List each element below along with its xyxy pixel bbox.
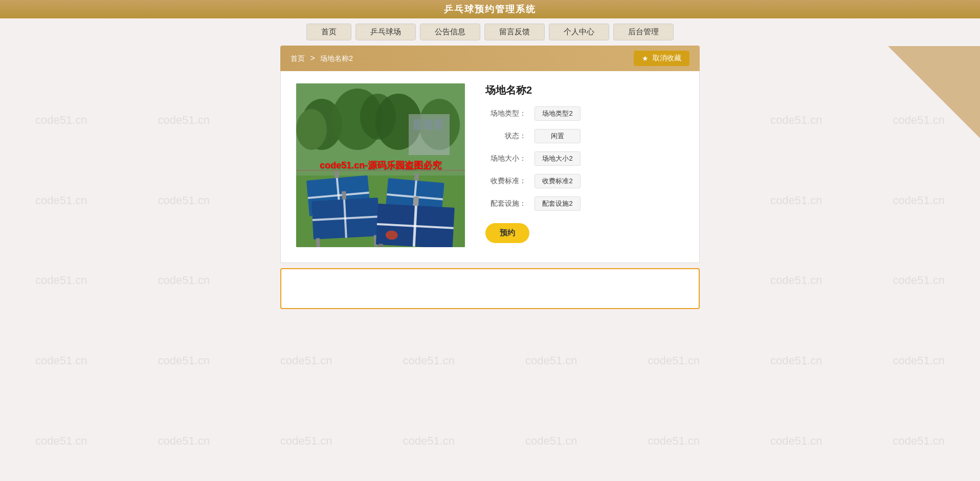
venue-status-row: 状态： 闲置 bbox=[485, 129, 684, 143]
breadcrumb: 首页 > 场地名称2 bbox=[291, 54, 353, 63]
app-title: 乒乓球预约管理系统 bbox=[444, 3, 536, 15]
watermark-item: code51.cn bbox=[368, 321, 491, 401]
nav-home[interactable]: 首页 bbox=[306, 24, 351, 40]
svg-rect-15 bbox=[334, 170, 339, 178]
collect-label: 取消收藏 bbox=[653, 54, 681, 63]
watermark-item: code51.cn bbox=[613, 401, 736, 481]
nav-notice[interactable]: 公告信息 bbox=[420, 24, 480, 40]
nav-admin[interactable]: 后台管理 bbox=[613, 24, 674, 40]
size-value: 场地大小2 bbox=[534, 151, 581, 166]
type-label: 场地类型： bbox=[485, 109, 526, 118]
watermark-item: code51.cn bbox=[123, 321, 246, 401]
nav-bar: 首页 乒乓球场 公告信息 留言反馈 个人中心 后台管理 bbox=[0, 18, 980, 46]
svg-point-6 bbox=[360, 94, 396, 140]
breadcrumb-home[interactable]: 首页 bbox=[291, 54, 305, 62]
price-value: 收费标准2 bbox=[534, 174, 581, 188]
venue-facilities-row: 配套设施： 配套设施2 bbox=[485, 196, 684, 211]
svg-point-5 bbox=[296, 109, 327, 150]
header: 乒乓球预约管理系统 bbox=[0, 0, 980, 18]
info-panel: 场地名称2 场地类型： 场地类型2 状态： 闲置 场地大小： 场地大小2 收费标… bbox=[485, 83, 684, 247]
watermark-item: code51.cn bbox=[858, 401, 981, 481]
svg-rect-21 bbox=[342, 191, 346, 199]
svg-rect-10 bbox=[434, 119, 442, 129]
watermark-item: code51.cn bbox=[490, 401, 613, 481]
watermark-item: code51.cn bbox=[245, 321, 368, 401]
venue-size-row: 场地大小： 场地大小2 bbox=[485, 151, 684, 166]
svg-rect-22 bbox=[316, 238, 320, 247]
watermark-item: code51.cn bbox=[123, 401, 246, 481]
watermark-item: code51.cn bbox=[0, 321, 123, 401]
venue-name: 场地名称2 bbox=[485, 83, 684, 97]
card-header: 首页 > 场地名称2 取消收藏 bbox=[280, 46, 700, 71]
watermark-item: code51.cn bbox=[490, 321, 613, 401]
schedule-card bbox=[280, 268, 700, 309]
facilities-label: 配套设施： bbox=[485, 199, 526, 208]
watermark-item: code51.cn bbox=[368, 401, 491, 481]
reserve-button[interactable]: 预约 bbox=[485, 223, 529, 243]
watermark-item: code51.cn bbox=[735, 401, 858, 481]
venue-type-row: 场地类型： 场地类型2 bbox=[485, 106, 684, 121]
status-value: 闲置 bbox=[534, 129, 581, 143]
main-content: 首页 > 场地名称2 取消收藏 bbox=[0, 46, 980, 330]
nav-profile[interactable]: 个人中心 bbox=[549, 24, 609, 40]
watermark-item: code51.cn bbox=[613, 321, 736, 401]
breadcrumb-separator: > bbox=[310, 54, 315, 62]
detail-card: code51.cn-源码乐园盗图必究 场地名称2 场地类型： 场地类型2 状态：… bbox=[280, 71, 700, 263]
nav-feedback[interactable]: 留言反馈 bbox=[484, 24, 545, 40]
svg-rect-35 bbox=[378, 244, 383, 247]
watermark-item: code51.cn bbox=[0, 401, 123, 481]
watermark-item: code51.cn bbox=[245, 401, 368, 481]
watermark-item: code51.cn bbox=[735, 321, 858, 401]
price-label: 收费标准： bbox=[485, 177, 526, 186]
nav-venue[interactable]: 乒乓球场 bbox=[355, 24, 416, 40]
venue-image: code51.cn-源码乐园盗图必究 bbox=[296, 83, 465, 247]
watermark-item: code51.cn bbox=[858, 321, 981, 401]
svg-rect-33 bbox=[413, 196, 419, 206]
type-value: 场地类型2 bbox=[534, 106, 581, 121]
status-label: 状态： bbox=[485, 132, 526, 141]
venue-price-row: 收费标准： 收费标准2 bbox=[485, 174, 684, 188]
svg-rect-8 bbox=[414, 119, 421, 129]
svg-rect-9 bbox=[424, 119, 432, 129]
collect-button[interactable]: 取消收藏 bbox=[634, 51, 689, 66]
svg-rect-27 bbox=[414, 173, 419, 181]
facilities-value: 配套设施2 bbox=[534, 196, 581, 211]
size-label: 场地大小： bbox=[485, 154, 526, 163]
breadcrumb-current: 场地名称2 bbox=[320, 54, 353, 62]
star-icon bbox=[642, 54, 651, 62]
